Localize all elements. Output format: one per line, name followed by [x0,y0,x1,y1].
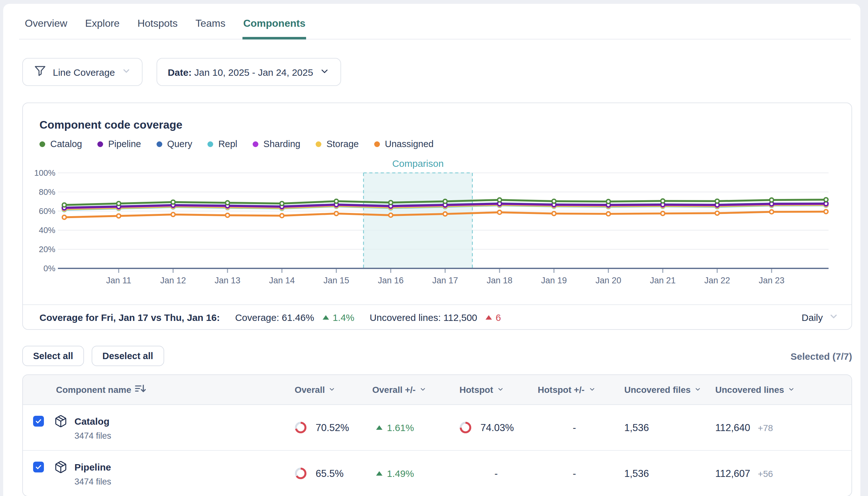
row-checkbox[interactable] [33,462,44,472]
legend-item-storage[interactable]: Storage [316,139,359,149]
triangle-up-icon [376,471,383,476]
legend-item-pipeline[interactable]: Pipeline [97,139,141,149]
component-name[interactable]: Catalog [75,415,111,428]
overall-delta-cell: 1.49% [372,468,460,479]
uncovered-files-cell: 1,536 [624,422,715,433]
legend-dot-icon [207,141,213,147]
metric-filter-button[interactable]: Line Coverage [22,58,142,86]
chevron-down-icon [829,311,839,323]
tab-hotspots[interactable]: Hotspots [137,12,178,39]
component-file-count: 3474 files [75,477,111,486]
svg-text:60%: 60% [39,206,55,216]
chevron-down-icon [588,385,595,395]
tab-components[interactable]: Components [242,12,306,39]
hotspot-coverage-cell: - [460,468,538,479]
chevron-down-icon [695,385,702,395]
selected-count: Selected (7/7) [791,351,852,361]
component-cube-icon [54,415,67,428]
column-header-component-name[interactable]: Component name [23,385,295,395]
svg-text:Jan 16: Jan 16 [378,276,403,285]
svg-text:80%: 80% [39,187,55,197]
metric-filter-label: Line Coverage [53,66,115,77]
legend-item-sharding[interactable]: Sharding [253,139,300,149]
component-cube-icon [54,460,67,474]
coverage-donut-icon [460,421,471,434]
deselect-all-button[interactable]: Deselect all [92,346,164,366]
component-file-count: 3474 files [75,431,111,440]
column-header-hotspot[interactable]: Hotspot [460,385,538,395]
table-row[interactable]: Pipeline 3474 files 65.5% 1.49% - - 1,53… [23,450,851,496]
svg-text:0%: 0% [43,264,55,273]
table-body: Catalog 3474 files 70.52% 1.61% 74.03% -… [23,405,851,496]
date-filter-button[interactable]: Date: Jan 10, 2025 - Jan 24, 2025 [156,58,341,86]
coverage-donut-icon [295,421,307,434]
svg-text:Jan 15: Jan 15 [323,276,349,285]
column-header-overall[interactable]: Overall [295,385,372,395]
chevron-down-icon [319,66,329,78]
tab-overview[interactable]: Overview [24,12,68,39]
component-name[interactable]: Pipeline [75,460,111,474]
column-header-uncovered-files[interactable]: Uncovered files [624,385,715,395]
legend-dot-icon [374,141,380,147]
coverage-donut-icon [295,467,307,479]
triangle-up-icon [322,315,329,320]
chevron-down-icon [497,385,504,395]
legend-dot-icon [253,141,258,147]
svg-text:Jan 17: Jan 17 [432,276,458,285]
column-header-uncovered-lines[interactable]: Uncovered lines [715,385,851,395]
coverage-chart-card: Component code coverage CatalogPipelineQ… [22,103,852,330]
date-filter-value: Jan 10, 2025 - Jan 24, 2025 [194,66,314,77]
svg-text:Jan 13: Jan 13 [214,276,240,285]
svg-text:40%: 40% [39,226,55,235]
column-header-overall-delta[interactable]: Overall +/- [372,385,460,395]
hotspot-coverage-cell: 74.03% [460,421,538,434]
legend-item-unassigned[interactable]: Unassigned [374,139,434,149]
chart-footer: Coverage for Fri, Jan 17 vs Thu, Jan 16:… [23,304,851,330]
uncovered-delta: 6 [485,312,501,323]
uncovered-files-cell: 1,536 [624,468,715,479]
overall-coverage-cell: 65.5% [295,467,372,479]
legend-item-repl[interactable]: Repl [207,139,237,149]
uncovered-summary-value: Uncovered lines: 112,500 [370,312,477,323]
legend-dot-icon [39,141,45,147]
legend-dot-icon [97,141,103,147]
column-header-hotspot-delta[interactable]: Hotspot +/- [538,385,624,395]
triangle-up-icon [376,425,383,430]
legend-dot-icon [316,141,321,147]
legend-dot-icon [156,141,162,147]
chart-title: Component code coverage [39,119,182,132]
overall-delta-cell: 1.61% [372,422,460,433]
row-checkbox[interactable] [33,416,44,427]
filter-row: Line Coverage Date: Jan 10, 2025 - Jan 2… [22,58,861,86]
legend-item-catalog[interactable]: Catalog [39,139,82,149]
svg-text:Jan 19: Jan 19 [541,276,567,285]
overall-coverage-cell: 70.52% [295,421,372,434]
funnel-icon [34,65,46,79]
legend-item-query[interactable]: Query [156,139,192,149]
coverage-line-chart[interactable]: 0%20%40%60%80%100%ComparisonJan 11Jan 12… [23,154,853,289]
svg-text:Comparison: Comparison [392,158,444,169]
table-header: Component name Overall Overall +/- Hotsp… [23,375,851,405]
hotspot-delta-cell: - [538,468,624,479]
select-all-button[interactable]: Select all [22,346,84,366]
tab-explore[interactable]: Explore [84,12,120,39]
selection-controls: Select all Deselect all Selected (7/7) [22,346,852,366]
table-row[interactable]: Catalog 3474 files 70.52% 1.61% 74.03% -… [23,405,851,450]
svg-text:Jan 18: Jan 18 [486,276,512,285]
svg-text:Jan 23: Jan 23 [758,276,784,285]
chevron-down-icon [329,385,336,395]
granularity-select[interactable]: Daily [802,311,839,323]
components-table: Component name Overall Overall +/- Hotsp… [22,374,852,496]
tab-teams[interactable]: Teams [195,12,226,39]
svg-text:Jan 11: Jan 11 [106,276,131,285]
chevron-down-icon [788,385,795,395]
chart-legend: CatalogPipelineQueryReplShardingStorageU… [39,139,434,149]
svg-text:20%: 20% [39,245,55,254]
hotspot-delta-cell: - [538,422,624,433]
main-panel: Overview Explore Hotspots Teams Componen… [3,4,861,496]
coverage-delta: 1.4% [322,312,354,323]
svg-text:100%: 100% [34,168,56,177]
chevron-down-icon [419,385,427,395]
svg-text:Jan 20: Jan 20 [595,276,621,285]
sort-desc-icon[interactable] [135,385,146,395]
